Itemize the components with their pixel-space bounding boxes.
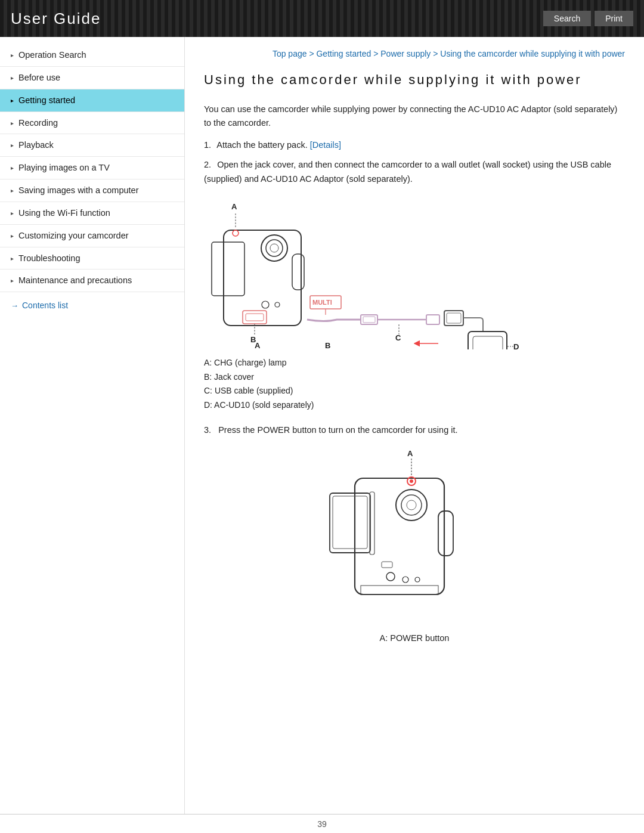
svg-point-2 [261, 235, 287, 261]
svg-point-4 [270, 244, 278, 252]
diagram-2: A [204, 445, 625, 654]
contents-list-link[interactable]: → Contents list [0, 292, 184, 315]
sidebar-item-maintenance[interactable]: ▸ Maintenance and precautions [0, 270, 184, 292]
caption-b: B: Jack cover [204, 370, 625, 385]
svg-rect-25 [468, 332, 507, 349]
steps-list: 1. Attach the battery pack. [Details] 2.… [204, 138, 625, 186]
sidebar-item-getting-started[interactable]: ▸ Getting started [0, 89, 184, 112]
intro-paragraph: You can use the camcorder while supplyin… [204, 103, 625, 130]
sidebar: ▸ Operation Search ▸ Before use ▸ Gettin… [0, 37, 185, 814]
sidebar-item-recording[interactable]: ▸ Recording [0, 112, 184, 135]
diagram-1-captions: A: CHG (charge) lamp B: Jack cover C: US… [204, 356, 625, 413]
sidebar-item-label: Customizing your camcorder [18, 230, 129, 241]
chevron-right-icon: ▸ [11, 97, 14, 104]
chevron-right-icon: ▸ [11, 232, 14, 240]
breadcrumb: Top page > Getting started > Power suppl… [204, 48, 625, 60]
sidebar-item-playback[interactable]: ▸ Playback [0, 134, 184, 157]
svg-point-48 [402, 577, 408, 583]
svg-point-49 [415, 577, 420, 582]
caption-c: C: USB cable (supplied) [204, 384, 625, 398]
svg-text:MULTI: MULTI [312, 299, 332, 306]
caption-d: D: AC-UD10 (sold separately) [204, 398, 625, 413]
sidebar-item-label: Saving images with a computer [18, 185, 139, 196]
sidebar-item-label: Using the Wi-Fi function [18, 208, 110, 219]
step-1-text: Attach the battery pack. [216, 140, 309, 150]
sidebar-item-before-use[interactable]: ▸ Before use [0, 67, 184, 89]
sidebar-item-playing-images-tv[interactable]: ▸ Playing images on a TV [0, 157, 184, 179]
breadcrumb-getting-started[interactable]: Getting started [316, 49, 371, 58]
svg-rect-1 [212, 242, 244, 296]
page-title: Using the camcorder while supplying it w… [204, 71, 625, 89]
sidebar-item-label: Troubleshooting [18, 253, 80, 264]
step-2: 2. Open the jack cover, and then connect… [204, 158, 625, 185]
sidebar-item-operation-search[interactable]: ▸ Operation Search [0, 44, 184, 67]
step-2-num: 2. [204, 160, 211, 169]
chevron-right-icon: ▸ [11, 141, 14, 149]
svg-rect-5 [292, 254, 304, 290]
svg-point-6 [233, 230, 239, 236]
sidebar-item-label: Operation Search [18, 49, 86, 61]
svg-rect-51 [361, 586, 438, 594]
page-number: 39 [317, 819, 327, 829]
svg-point-14 [275, 302, 280, 307]
sidebar-item-customizing[interactable]: ▸ Customizing your camcorder [0, 225, 184, 247]
svg-rect-17 [426, 315, 439, 324]
diagram-2-svg: A [319, 445, 510, 630]
svg-rect-44 [438, 511, 453, 556]
arrow-right-icon: → [11, 301, 18, 310]
header-buttons: Search Print [543, 11, 633, 26]
main-content: Top page > Getting started > Power suppl… [185, 37, 644, 814]
app-title: User Guide [11, 10, 101, 28]
sidebar-item-label: Playing images on a TV [18, 162, 110, 174]
svg-rect-0 [224, 230, 301, 326]
svg-text:D: D [513, 342, 519, 349]
svg-text:C: C [395, 333, 401, 342]
step-1: 1. Attach the battery pack. [Details] [204, 138, 625, 152]
svg-point-41 [396, 490, 427, 521]
sidebar-item-label: Before use [18, 72, 60, 83]
sidebar-item-label: Recording [18, 117, 58, 129]
breadcrumb-sep3: > [433, 49, 440, 58]
step-3-text: Press the POWER button to turn on the ca… [213, 425, 457, 435]
diagram-1-svg: A B MULTI [206, 194, 623, 349]
chevron-right-icon: ▸ [11, 277, 14, 284]
breadcrumb-power-supply[interactable]: Power supply [380, 49, 431, 58]
sidebar-item-label: Maintenance and precautions [18, 275, 132, 286]
sidebar-item-saving-images[interactable]: ▸ Saving images with a computer [0, 179, 184, 202]
sidebar-item-label: Getting started [18, 95, 75, 106]
step-3: 3. Press the POWER button to turn on the… [204, 423, 625, 437]
details-link[interactable]: [Details] [310, 140, 341, 150]
breadcrumb-sep1: > [309, 49, 316, 58]
print-button[interactable]: Print [595, 11, 633, 26]
chevron-right-icon: ▸ [11, 119, 14, 127]
svg-point-13 [262, 301, 269, 308]
svg-rect-26 [473, 336, 503, 349]
sidebar-item-troubleshooting[interactable]: ▸ Troubleshooting [0, 247, 184, 270]
svg-point-3 [266, 240, 283, 256]
breadcrumb-sep2: > [373, 49, 380, 58]
svg-text:B: B [325, 341, 330, 349]
breadcrumb-top-page[interactable]: Top page [273, 49, 307, 58]
svg-rect-50 [382, 562, 392, 568]
step-3-num: 3. [204, 425, 211, 435]
search-button[interactable]: Search [543, 11, 591, 26]
chevron-right-icon: ▸ [11, 209, 14, 217]
svg-rect-40 [333, 496, 367, 549]
svg-point-47 [386, 572, 395, 581]
diagram-2-caption: A: POWER button [380, 631, 450, 645]
svg-rect-16 [363, 317, 375, 323]
step-2-text: Open the jack cover, and then connect th… [204, 160, 611, 183]
page-header: User Guide Search Print [0, 0, 644, 37]
svg-rect-10 [246, 314, 264, 321]
contents-list-label: Contents list [22, 301, 68, 310]
chevron-right-icon: ▸ [11, 164, 14, 172]
chevron-right-icon: ▸ [11, 74, 14, 82]
caption-a: A: CHG (charge) lamp [204, 356, 625, 370]
page-footer: 39 [0, 814, 644, 833]
svg-text:A: A [407, 449, 413, 458]
diagram-1: A B MULTI [204, 194, 625, 351]
sidebar-item-wifi[interactable]: ▸ Using the Wi-Fi function [0, 202, 184, 225]
svg-point-42 [401, 495, 422, 515]
breadcrumb-current-page[interactable]: Using the camcorder while supplying it w… [440, 49, 625, 58]
svg-text:A: A [231, 202, 237, 211]
